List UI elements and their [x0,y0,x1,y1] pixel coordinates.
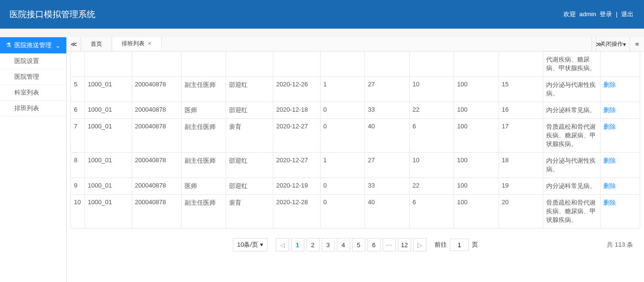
tabs-scroll-left[interactable]: ≪ [67,37,81,51]
cell: 副主任医师 [181,77,226,102]
sidebar-group-title: 医院推送管理 [14,42,52,49]
page-jump-input[interactable] [450,239,469,251]
tabs-bar: ≪ 首页 排班列表 ✕ ≫ 关闭操作▾ ≡ [67,37,644,52]
cell: 200040878 [132,102,181,119]
cell-op: 删除 [600,119,640,153]
welcome-text: 欢迎 [563,10,576,18]
tabs-menu-button[interactable]: ≡ [630,37,644,51]
cell [499,52,543,77]
cell: 10 [71,195,85,229]
cell: 0 [320,102,365,119]
cell: 16 [499,102,543,119]
cell: 邵迎红 [226,153,273,178]
cell-op: 删除 [600,102,640,119]
page-jump: 前往 页 [435,239,478,251]
cell: 内分泌科常见病。 [543,102,601,119]
page-number[interactable]: 2 [306,238,320,251]
delete-link[interactable]: 删除 [603,199,616,206]
cell-op: 删除 [600,178,640,195]
cell [85,52,132,77]
menu-icon: ≡ [635,41,639,48]
cell: 2020-12-18 [273,102,320,119]
table-row: 51000_01200040878副主任医师邵迎红2020-12-2612710… [71,77,640,102]
double-chevron-left-icon: ≪ [71,41,77,48]
chevron-down-icon: ⌄ [55,42,61,49]
header-user-area: 欢迎 admin 登录 | 退出 [562,10,634,19]
sidebar-item-schedule-list[interactable]: 排班列表 [0,101,66,116]
tab-home[interactable]: 首页 [81,37,112,51]
close-ops-label: 关闭操作 [600,40,623,48]
cell: 17 [499,119,543,153]
page-total: 共 113 条 [607,240,633,249]
table-row: 61000_01200040878医师邵迎红2020-12-1803322100… [71,102,640,119]
page-prev[interactable]: ◁ [276,238,289,251]
sidebar: ⚗医院推送管理 ⌄ 医院设置 医院管理 科室列表 排班列表 [0,37,67,282]
cell: 裴育 [226,195,273,229]
cell [132,52,181,77]
cell: 副主任医师 [181,153,226,178]
login-text: 登录 [600,10,612,18]
page-last[interactable]: 12 [398,238,411,251]
tab-label: 首页 [91,40,102,48]
cell: 22 [409,178,454,195]
delete-link[interactable]: 删除 [603,157,616,164]
schedule-table: 代谢疾病、糖尿病、甲状腺疾病。 51000_01200040878副主任医师邵迎… [71,52,640,229]
tabs-close-operations[interactable]: 关闭操作▾ [596,37,630,51]
cell: 100 [454,195,499,229]
cell: 27 [365,77,410,102]
page-number[interactable]: 5 [352,238,365,251]
cell: 2020-12-28 [273,195,320,229]
sidebar-group-header[interactable]: ⚗医院推送管理 ⌄ [0,37,66,53]
delete-link[interactable]: 删除 [603,123,616,130]
sidebar-item-hospital-settings[interactable]: 医院设置 [0,53,66,69]
cell: 8 [71,153,85,178]
content-area: 代谢疾病、糖尿病、甲状腺疾病。 51000_01200040878副主任医师邵迎… [67,52,644,282]
sidebar-item-hospital-manage[interactable]: 医院管理 [0,69,66,85]
cell: 0 [320,178,365,195]
cell: 100 [454,102,499,119]
page-next[interactable]: ▷ [413,238,426,251]
cell [320,52,365,77]
delete-link[interactable]: 删除 [603,106,616,114]
cell: 1 [320,153,365,178]
cell-op: 删除 [600,195,640,229]
page-number[interactable]: 1 [291,238,304,251]
cell: 200040878 [132,195,181,229]
cell: 副主任医师 [181,195,226,229]
cell: 0 [320,119,365,153]
delete-link[interactable]: 删除 [603,182,616,189]
page-more[interactable]: ⋯ [383,238,396,251]
cell: 内分泌科常见病。 [543,178,601,195]
app-title: 医院接口模拟管理系统 [10,9,95,20]
cell-op: 删除 [600,153,640,178]
cell: 2020-12-26 [273,77,320,102]
cell: 2020-12-27 [273,153,320,178]
page-number[interactable]: 4 [337,238,350,251]
table-row: 91000_01200040878医师邵迎红2020-12-1903322100… [71,178,640,195]
page-number[interactable]: 6 [367,238,381,251]
cell: 1000_01 [85,119,132,153]
cell: 100 [454,153,499,178]
cell: 33 [365,102,410,119]
page-size-select[interactable]: 10条/页 ▾ [233,238,268,251]
cell: 7 [71,119,85,153]
cell: 1000_01 [85,195,132,229]
page-number[interactable]: 3 [322,238,335,251]
sidebar-item-department-list[interactable]: 科室列表 [0,85,66,101]
table-row: 代谢疾病、糖尿病、甲状腺疾病。 [71,52,640,77]
cell: 0 [320,195,365,229]
cell [409,52,454,77]
jump-label: 前往 [435,240,447,249]
cell: 10 [409,77,454,102]
tab-schedule-list[interactable]: 排班列表 ✕ [112,37,162,51]
cell: 邵迎红 [226,102,273,119]
cell [181,52,226,77]
delete-link[interactable]: 删除 [603,81,616,88]
cell: 100 [454,77,499,102]
close-icon[interactable]: ✕ [147,41,152,47]
logout-link[interactable]: 退出 [621,10,634,18]
flask-icon: ⚗ [6,42,11,49]
cell: 40 [365,119,410,153]
cell [365,52,410,77]
cell: 1000_01 [85,77,132,102]
